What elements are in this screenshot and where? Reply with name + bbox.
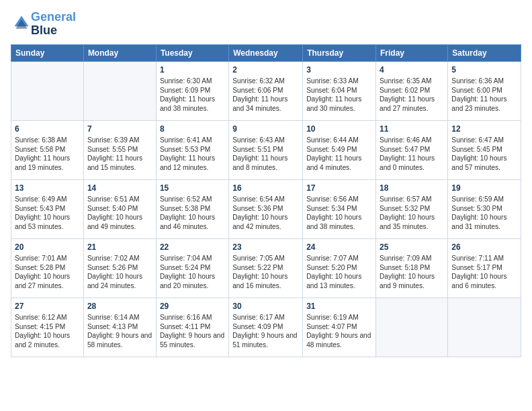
day-number: 19 [451,183,517,193]
logo: GeneralBlue [11,11,76,38]
day-number: 6 [15,124,80,134]
calendar-table: SundayMondayTuesdayWednesdayThursdayFrid… [11,44,521,357]
logo-line1: GeneralBlue [31,11,76,38]
calendar-header-row: SundayMondayTuesdayWednesdayThursdayFrid… [11,44,521,61]
cell-info: Sunrise: 6:43 AM Sunset: 5:51 PM Dayligh… [232,136,299,173]
weekday-header: Friday [376,44,448,61]
calendar-cell: 22Sunrise: 7:04 AM Sunset: 5:24 PM Dayli… [156,238,228,298]
calendar-cell: 23Sunrise: 7:05 AM Sunset: 5:22 PM Dayli… [229,238,303,298]
cell-info: Sunrise: 6:41 AM Sunset: 5:53 PM Dayligh… [160,136,225,173]
weekday-header: Monday [83,44,156,61]
day-number: 3 [306,64,372,75]
cell-info: Sunrise: 7:02 AM Sunset: 5:26 PM Dayligh… [87,254,152,291]
day-number: 17 [306,183,372,193]
cell-info: Sunrise: 7:11 AM Sunset: 5:17 PM Dayligh… [451,254,517,291]
day-number: 25 [380,242,444,253]
calendar-week-row: 27Sunrise: 6:12 AM Sunset: 4:15 PM Dayli… [11,298,521,357]
calendar-week-row: 1Sunrise: 6:30 AM Sunset: 6:09 PM Daylig… [11,61,521,120]
weekday-header: Wednesday [229,44,303,61]
cell-info: Sunrise: 6:44 AM Sunset: 5:49 PM Dayligh… [306,136,372,173]
calendar-cell [11,61,84,120]
day-number: 8 [160,124,225,134]
cell-info: Sunrise: 6:17 AM Sunset: 4:09 PM Dayligh… [232,313,299,350]
cell-info: Sunrise: 6:47 AM Sunset: 5:45 PM Dayligh… [451,136,517,173]
cell-info: Sunrise: 6:35 AM Sunset: 6:02 PM Dayligh… [380,77,444,113]
calendar-cell: 11Sunrise: 6:46 AM Sunset: 5:47 PM Dayli… [376,120,448,179]
calendar-cell [376,298,448,357]
calendar-cell: 4Sunrise: 6:35 AM Sunset: 6:02 PM Daylig… [376,61,448,120]
day-number: 13 [15,183,80,193]
day-number: 24 [306,242,372,253]
day-number: 18 [380,183,444,193]
day-number: 9 [232,124,299,134]
day-number: 10 [306,124,372,134]
cell-info: Sunrise: 6:52 AM Sunset: 5:38 PM Dayligh… [160,195,225,232]
cell-info: Sunrise: 6:57 AM Sunset: 5:32 PM Dayligh… [380,195,444,232]
calendar-week-row: 13Sunrise: 6:49 AM Sunset: 5:43 PM Dayli… [11,179,521,238]
calendar-cell: 28Sunrise: 6:14 AM Sunset: 4:13 PM Dayli… [83,298,156,357]
calendar-cell: 26Sunrise: 7:11 AM Sunset: 5:17 PM Dayli… [448,238,521,298]
calendar-cell: 18Sunrise: 6:57 AM Sunset: 5:32 PM Dayli… [376,179,448,238]
calendar-cell: 2Sunrise: 6:32 AM Sunset: 6:06 PM Daylig… [229,61,303,120]
calendar-cell: 13Sunrise: 6:49 AM Sunset: 5:43 PM Dayli… [11,179,84,238]
day-number: 5 [451,64,517,75]
calendar-cell: 27Sunrise: 6:12 AM Sunset: 4:15 PM Dayli… [11,298,84,357]
day-number: 15 [160,183,225,193]
cell-info: Sunrise: 6:56 AM Sunset: 5:34 PM Dayligh… [306,195,372,232]
page-header: GeneralBlue [11,11,521,38]
calendar-cell: 3Sunrise: 6:33 AM Sunset: 6:04 PM Daylig… [303,61,376,120]
calendar-cell: 24Sunrise: 7:07 AM Sunset: 5:20 PM Dayli… [303,238,376,298]
day-number: 31 [306,301,372,312]
calendar-cell: 25Sunrise: 7:09 AM Sunset: 5:18 PM Dayli… [376,238,448,298]
cell-info: Sunrise: 6:33 AM Sunset: 6:04 PM Dayligh… [306,77,372,113]
cell-info: Sunrise: 6:46 AM Sunset: 5:47 PM Dayligh… [380,136,444,173]
day-number: 28 [87,301,152,312]
day-number: 1 [160,64,225,75]
cell-info: Sunrise: 7:01 AM Sunset: 5:28 PM Dayligh… [15,254,80,291]
day-number: 26 [451,242,517,253]
day-number: 30 [232,301,299,312]
calendar-cell [83,61,156,120]
day-number: 27 [15,301,80,312]
cell-info: Sunrise: 7:05 AM Sunset: 5:22 PM Dayligh… [232,254,299,291]
cell-info: Sunrise: 6:19 AM Sunset: 4:07 PM Dayligh… [306,313,372,350]
calendar-cell: 8Sunrise: 6:41 AM Sunset: 5:53 PM Daylig… [156,120,228,179]
cell-info: Sunrise: 6:12 AM Sunset: 4:15 PM Dayligh… [15,313,80,350]
cell-info: Sunrise: 6:51 AM Sunset: 5:40 PM Dayligh… [87,195,152,232]
calendar-cell [448,298,521,357]
day-number: 20 [15,242,80,253]
weekday-header: Sunday [11,44,84,61]
day-number: 2 [232,64,299,75]
day-number: 11 [380,124,444,134]
calendar-cell: 21Sunrise: 7:02 AM Sunset: 5:26 PM Dayli… [83,238,156,298]
calendar-cell: 9Sunrise: 6:43 AM Sunset: 5:51 PM Daylig… [229,120,303,179]
day-number: 22 [160,242,225,253]
calendar-cell: 6Sunrise: 6:38 AM Sunset: 5:58 PM Daylig… [11,120,84,179]
day-number: 29 [160,301,225,312]
cell-info: Sunrise: 6:14 AM Sunset: 4:13 PM Dayligh… [87,313,152,350]
calendar-cell: 10Sunrise: 6:44 AM Sunset: 5:49 PM Dayli… [303,120,376,179]
cell-info: Sunrise: 7:04 AM Sunset: 5:24 PM Dayligh… [160,254,225,291]
calendar-week-row: 6Sunrise: 6:38 AM Sunset: 5:58 PM Daylig… [11,120,521,179]
weekday-header: Saturday [448,44,521,61]
cell-info: Sunrise: 6:32 AM Sunset: 6:06 PM Dayligh… [232,77,299,113]
day-number: 21 [87,242,152,253]
day-number: 7 [87,124,152,134]
cell-info: Sunrise: 6:36 AM Sunset: 6:00 PM Dayligh… [451,77,517,113]
calendar-cell: 5Sunrise: 6:36 AM Sunset: 6:00 PM Daylig… [448,61,521,120]
calendar-cell: 1Sunrise: 6:30 AM Sunset: 6:09 PM Daylig… [156,61,228,120]
day-number: 4 [380,64,444,75]
day-number: 12 [451,124,517,134]
calendar-cell: 29Sunrise: 6:16 AM Sunset: 4:11 PM Dayli… [156,298,228,357]
weekday-header: Thursday [303,44,376,61]
day-number: 16 [232,183,299,193]
day-number: 14 [87,183,152,193]
cell-info: Sunrise: 6:30 AM Sunset: 6:09 PM Dayligh… [160,77,225,113]
cell-info: Sunrise: 7:07 AM Sunset: 5:20 PM Dayligh… [306,254,372,291]
cell-info: Sunrise: 6:39 AM Sunset: 5:55 PM Dayligh… [87,136,152,173]
cell-info: Sunrise: 6:59 AM Sunset: 5:30 PM Dayligh… [451,195,517,232]
calendar-cell: 7Sunrise: 6:39 AM Sunset: 5:55 PM Daylig… [83,120,156,179]
calendar-cell: 15Sunrise: 6:52 AM Sunset: 5:38 PM Dayli… [156,179,228,238]
calendar-cell: 31Sunrise: 6:19 AM Sunset: 4:07 PM Dayli… [303,298,376,357]
cell-info: Sunrise: 7:09 AM Sunset: 5:18 PM Dayligh… [380,254,444,291]
